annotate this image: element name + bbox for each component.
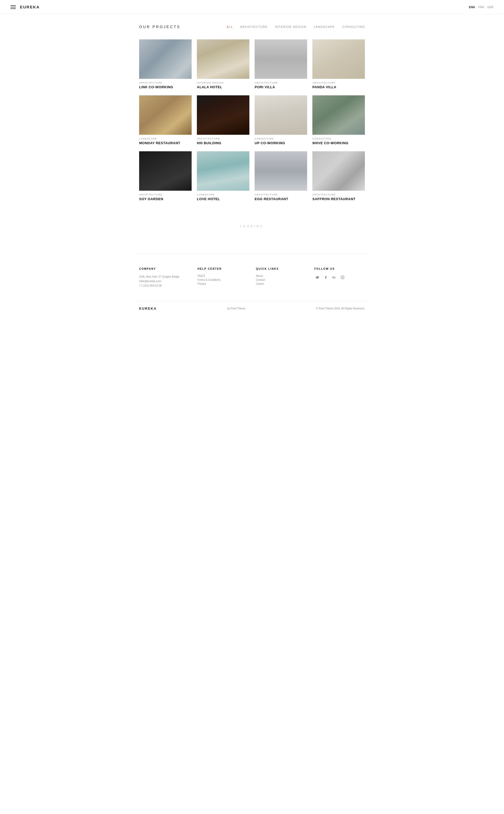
footer-link-forms[interactable]: Forms & Conditions: [198, 278, 248, 281]
filter-landscape[interactable]: LANDSCAPE: [314, 25, 335, 28]
footer-logo: EUREKA: [139, 306, 157, 310]
footer-company-col: COMPANY USA, New York, 57 Quigley Bridge…: [139, 267, 190, 288]
project-card-up-coworking[interactable]: CONSULTING UP CO-WORKING: [255, 95, 307, 145]
project-title: EGG RESTAURANT: [255, 197, 307, 201]
lang-fra[interactable]: FRA: [478, 6, 484, 9]
projects-header: OUR PROJECTS ALL ARCHITECTURE INTERIOR D…: [139, 25, 365, 29]
behance-icon[interactable]: Be: [331, 274, 337, 280]
footer-help-title: HELP CENTER: [198, 267, 248, 270]
project-title: SOY GARDEN: [139, 197, 192, 201]
project-category: CONSULTING: [255, 137, 307, 140]
filter-architecture[interactable]: ARCHITECTURE: [240, 25, 267, 28]
project-image-alala-hotel: [197, 39, 249, 79]
footer-columns: COMPANY USA, New York, 57 Quigley Bridge…: [134, 254, 370, 296]
project-card-pori-villa[interactable]: ARCHITECTURE PORI VILLA: [255, 39, 307, 89]
project-title: ALALA HOTEL: [197, 85, 249, 89]
footer-link-career[interactable]: Career: [256, 282, 307, 285]
project-title: LINK CO-WORKING: [139, 85, 192, 89]
project-category: ARCHITECTURE: [139, 81, 192, 84]
project-card-panda-villa[interactable]: ARCHITECTURE PANDA VILLA: [312, 39, 365, 89]
project-card-egg-restaurant[interactable]: ARCHITECTURE EGG RESTAURANT: [255, 151, 307, 201]
project-title: UP CO-WORKING: [255, 141, 307, 145]
project-category: INTERIOR DESIGN: [197, 81, 249, 84]
project-title: MONDAY RESTAURANT: [139, 141, 192, 145]
twitter-icon[interactable]: [314, 274, 320, 280]
project-image-love-hotel: [197, 151, 249, 191]
project-image-saffron-restaurant: [312, 151, 365, 191]
project-card-love-hotel[interactable]: LANDSCAPE LOVE HOTEL: [197, 151, 249, 201]
main-content: OUR PROJECTS ALL ARCHITECTURE INTERIOR D…: [134, 14, 370, 254]
filter-all[interactable]: ALL: [227, 25, 233, 28]
hamburger-menu[interactable]: [11, 5, 16, 9]
project-title: PANDA VILLA: [312, 85, 365, 89]
project-image-panda-villa: [312, 39, 365, 79]
project-image-hiii-building: [197, 95, 249, 135]
page-title: OUR PROJECTS: [139, 25, 181, 29]
instagram-icon[interactable]: [340, 274, 345, 280]
footer-copyright: © Pixel Thème 2019. All Rights Reserved.: [316, 307, 365, 310]
project-category: ARCHITECTURE: [312, 81, 365, 84]
footer: COMPANY USA, New York, 57 Quigley Bridge…: [0, 254, 504, 316]
project-category: ARCHITECTURE: [312, 193, 365, 196]
site-logo[interactable]: EUREKA: [20, 5, 40, 9]
footer-link-privacy[interactable]: Privacy: [198, 282, 248, 285]
project-image-9hive-coworking: [312, 95, 365, 135]
project-title: 9HIVE CO-WORKING: [312, 141, 365, 145]
loading-text: LOADING: [240, 224, 264, 228]
header-left: EUREKA: [11, 5, 40, 9]
project-title: PORI VILLA: [255, 85, 307, 89]
footer-link-faq[interactable]: FAQ'S: [198, 274, 248, 277]
project-category: CONSULTING: [312, 137, 365, 140]
lang-ger[interactable]: GER: [487, 6, 493, 9]
footer-company-address: USA, New York, 57 Quigley Bridge hello@e…: [139, 274, 190, 288]
project-card-link-coworking[interactable]: ARCHITECTURE LINK CO-WORKING: [139, 39, 192, 89]
project-category: ARCHITECTURE: [197, 137, 249, 140]
project-card-monday-restaurant[interactable]: LANDSCAPE MONDAY RESTAURANT: [139, 95, 192, 145]
project-card-alala-hotel[interactable]: INTERIOR DESIGN ALALA HOTEL: [197, 39, 249, 89]
project-image-soy-garden: [139, 151, 192, 191]
project-image-monday-restaurant: [139, 95, 192, 135]
footer-help-col: HELP CENTER FAQ'S Forms & Conditions Pri…: [198, 267, 248, 288]
footer-quicklinks-title: QUICK LINKS: [256, 267, 307, 270]
project-category: LANDSCAPE: [197, 193, 249, 196]
social-icons-group: Be: [314, 274, 365, 280]
footer-bottom: EUREKA by Pixel Theme © Pixel Thème 2019…: [134, 301, 370, 316]
svg-rect-0: [341, 276, 344, 279]
project-title: SAFFRON RESTAURANT: [312, 197, 365, 201]
filter-nav: ALL ARCHITECTURE INTERIOR DESIGN LANDSCA…: [227, 25, 365, 28]
project-image-pori-villa: [255, 39, 307, 79]
project-category: ARCHITECTURE: [139, 193, 192, 196]
project-image-link-coworking: [139, 39, 192, 79]
facebook-icon[interactable]: [323, 274, 329, 280]
lang-eng[interactable]: ENG: [469, 6, 475, 9]
project-card-soy-garden[interactable]: ARCHITECTURE SOY GARDEN: [139, 151, 192, 201]
project-category: ARCHITECTURE: [255, 193, 307, 196]
header: EUREKA ENG FRA GER: [0, 0, 504, 14]
loading-indicator: LOADING: [139, 217, 365, 243]
project-image-up-coworking: [255, 95, 307, 135]
filter-consulting[interactable]: CONSULTING: [342, 25, 365, 28]
project-card-saffron-restaurant[interactable]: ARCHITECTURE SAFFRON RESTAURANT: [312, 151, 365, 201]
project-title: HIII BUILDING: [197, 141, 249, 145]
footer-link-contact[interactable]: Contact: [256, 278, 307, 281]
footer-by: by Pixel Theme: [227, 307, 245, 310]
footer-quicklinks-col: QUICK LINKS About Contact Career: [256, 267, 307, 288]
projects-grid: ARCHITECTURE LINK CO-WORKING INTERIOR DE…: [139, 39, 365, 201]
footer-link-about[interactable]: About: [256, 274, 307, 277]
footer-company-title: COMPANY: [139, 267, 190, 270]
footer-social-col: FOLLOW US Be: [314, 267, 365, 288]
project-category: LANDSCAPE: [139, 137, 192, 140]
project-category: ARCHITECTURE: [255, 81, 307, 84]
project-title: LOVE HOTEL: [197, 197, 249, 201]
filter-interior-design[interactable]: INTERIOR DESIGN: [275, 25, 306, 28]
project-image-egg-restaurant: [255, 151, 307, 191]
image-placeholder: [139, 39, 192, 79]
language-switcher: ENG FRA GER: [469, 6, 493, 9]
footer-social-title: FOLLOW US: [314, 267, 365, 270]
project-card-hiii-building[interactable]: ARCHITECTURE HIII BUILDING: [197, 95, 249, 145]
project-card-9hive-coworking[interactable]: CONSULTING 9HIVE CO-WORKING: [312, 95, 365, 145]
